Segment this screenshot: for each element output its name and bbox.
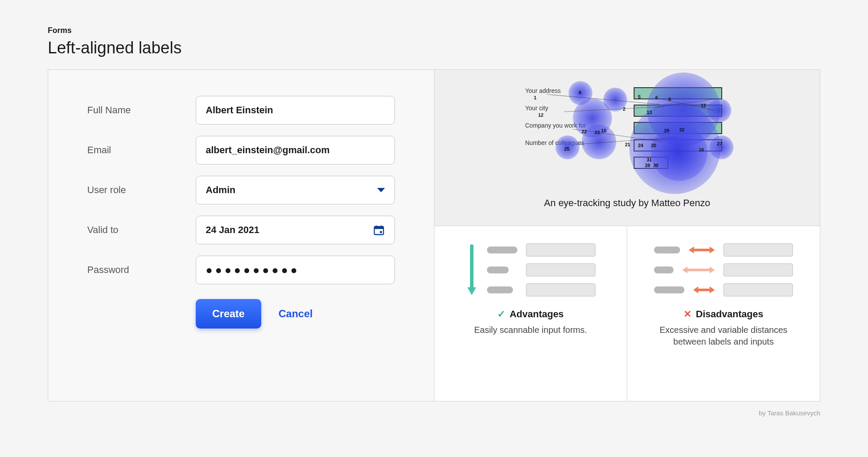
label-email: Email (87, 145, 196, 156)
button-row: Create Cancel (196, 299, 395, 329)
page-title: Left-aligned labels (48, 39, 820, 57)
disadvantages-body: Excessive and variable distances between… (654, 324, 793, 348)
chevron-down-icon (377, 188, 385, 192)
main-grid: Full Name Email User role Admin Valid to… (48, 69, 820, 401)
email-field[interactable] (206, 145, 385, 156)
full-name-field[interactable] (206, 105, 385, 116)
input-valid-to[interactable]: 24 Jan 2021 (196, 216, 395, 244)
advantages-title: ✓ Advantages (497, 309, 564, 320)
arrow-horizontal-icon (689, 246, 715, 254)
create-button[interactable]: Create (196, 299, 261, 329)
cancel-button[interactable]: Cancel (279, 308, 313, 320)
svg-rect-2 (380, 231, 382, 233)
advantages-panel: ✓ Advantages Easily scannable input form… (434, 226, 627, 401)
check-icon: ✓ (497, 309, 505, 320)
arrow-horizontal-icon (693, 286, 715, 294)
label-password: Password (87, 264, 196, 276)
user-role-value: Admin (206, 184, 235, 196)
advantages-illustration (452, 243, 609, 296)
password-value: ●●●●●●●●●● (206, 263, 300, 277)
credit: by Taras Bakusevych (48, 409, 820, 417)
study-panel: Your address Your city Company you work … (434, 70, 820, 226)
arrow-down-icon (466, 244, 477, 296)
disadvantages-illustration (644, 243, 802, 296)
advantages-title-text: Advantages (510, 309, 564, 320)
x-icon: ✕ (684, 309, 691, 320)
advantages-body: Easily scannable input forms. (474, 324, 587, 336)
input-full-name[interactable] (196, 96, 395, 125)
row-email: Email (87, 136, 395, 164)
row-user-role: User role Admin (87, 176, 395, 204)
input-password[interactable]: ●●●●●●●●●● (196, 256, 395, 284)
label-valid-to: Valid to (87, 224, 196, 236)
svg-rect-1 (375, 227, 384, 229)
form-panel: Full Name Email User role Admin Valid to… (48, 70, 434, 401)
valid-to-value: 24 Jan 2021 (206, 224, 260, 236)
eye-tracking-heatmap: Your address Your city Company you work … (525, 85, 729, 190)
row-password: Password ●●●●●●●●●● (87, 256, 395, 284)
pros-cons: ✓ Advantages Easily scannable input form… (434, 226, 820, 401)
label-full-name: Full Name (87, 105, 196, 116)
input-email[interactable] (196, 136, 395, 164)
label-user-role: User role (87, 184, 196, 196)
svg-marker-8 (682, 266, 715, 273)
header-eyebrow: Forms (48, 26, 820, 35)
row-full-name: Full Name (87, 96, 395, 125)
hm-label-1: Your city (525, 105, 548, 112)
disadvantages-panel: ✕ Disadvantages Excessive and variable d… (627, 226, 820, 401)
calendar-icon[interactable] (373, 224, 385, 236)
study-caption: An eye-tracking study by Matteo Penzo (544, 197, 710, 209)
arrow-horizontal-icon (682, 266, 715, 274)
svg-marker-9 (693, 286, 715, 293)
row-valid-to: Valid to 24 Jan 2021 (87, 216, 395, 244)
select-user-role[interactable]: Admin (196, 176, 395, 204)
svg-marker-6 (467, 287, 476, 295)
disadvantages-title-text: Disadvantages (696, 309, 763, 320)
disadvantages-title: ✕ Disadvantages (684, 309, 763, 320)
hm-label-0: Your address (525, 87, 561, 94)
svg-marker-7 (689, 247, 715, 253)
